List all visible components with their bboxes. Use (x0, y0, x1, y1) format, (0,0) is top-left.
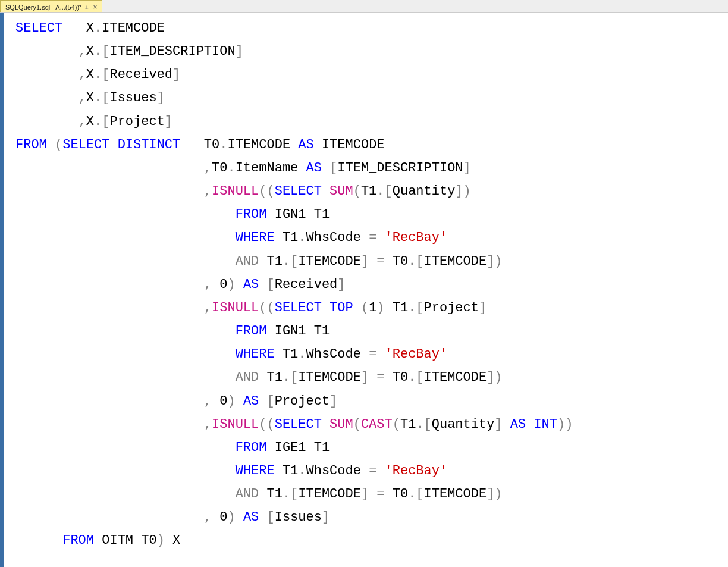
code-token (15, 370, 236, 385)
code-token (503, 417, 510, 432)
code-token (109, 137, 117, 152)
code-token: . (94, 21, 102, 36)
code-token (15, 324, 236, 339)
code-token: ] = (361, 370, 385, 385)
code-token: ) (157, 533, 165, 548)
code-token: CAST (361, 417, 393, 432)
code-token: .[ (94, 114, 109, 129)
code-token: ISNULL (212, 417, 259, 432)
code-token: ( (393, 417, 400, 432)
code-token: ItemName (236, 161, 306, 176)
code-token: ITEMCODE (314, 137, 385, 152)
code-token: SUM (330, 417, 353, 432)
code-token: . (219, 137, 227, 152)
code-token: ]) (455, 184, 470, 199)
tab-sqlquery1[interactable]: SQLQuery1.sql - A...(54))* ⟂ × (0, 0, 102, 12)
code-token: . (298, 463, 306, 478)
code-token: ( (353, 417, 361, 432)
code-token: AS (243, 277, 259, 292)
code-token: T1 (259, 487, 283, 502)
code-token: T1 (275, 347, 299, 362)
code-token: .[ (94, 90, 109, 105)
code-token: .[ (416, 417, 431, 432)
code-token (15, 254, 236, 269)
code-token: (( (259, 417, 274, 432)
code-token: Project (424, 300, 479, 315)
code-token: ( (353, 184, 361, 199)
code-token: 0 (212, 510, 227, 525)
code-token: FROM (236, 324, 267, 339)
code-token (376, 347, 384, 362)
code-token: T1 (275, 230, 299, 245)
code-token: , (204, 184, 212, 199)
code-token: ISNULL (212, 184, 259, 199)
code-token: , (204, 161, 212, 176)
code-token (15, 184, 204, 199)
code-content[interactable]: SELECT X.ITEMCODE ,X.[ITEM_DESCRIPTION] … (4, 17, 728, 553)
code-token: SELECT (275, 300, 322, 315)
code-token: ) (227, 510, 235, 525)
code-token (15, 440, 236, 455)
code-token: ITEMCODE (298, 487, 361, 502)
code-editor[interactable]: SELECT X.ITEMCODE ,X.[ITEM_DESCRIPTION] … (0, 13, 728, 567)
code-token (15, 417, 204, 432)
code-token: ITEMCODE (424, 370, 487, 385)
code-token (259, 277, 266, 292)
code-token: ] (236, 44, 243, 59)
code-token: ] (463, 161, 471, 176)
code-token: X (62, 21, 94, 36)
code-token: , (79, 114, 86, 129)
code-token: 'RecBay' (385, 463, 448, 478)
code-token (15, 114, 79, 129)
close-icon[interactable]: × (92, 3, 98, 11)
code-token: AND (236, 370, 259, 385)
code-token: TOP (330, 300, 353, 315)
code-token: ]) (487, 370, 502, 385)
code-token: Project (109, 114, 164, 129)
code-token: .[ (376, 184, 392, 199)
code-token: AS (306, 161, 322, 176)
code-token (236, 277, 243, 292)
code-token (15, 230, 236, 245)
pin-icon[interactable]: ⟂ (85, 4, 88, 10)
code-token: AS (243, 394, 259, 409)
code-token: 'RecBay' (385, 347, 448, 362)
code-token: . (227, 161, 235, 176)
code-token: ] (157, 90, 165, 105)
code-token: )) (557, 417, 573, 432)
code-token: = (369, 347, 376, 362)
code-token: ITEMCODE (102, 21, 165, 36)
code-token: Issues (109, 90, 156, 105)
code-token: ITEM_DESCRIPTION (337, 161, 463, 176)
code-token: = (369, 463, 376, 478)
code-token: 0 (212, 394, 227, 409)
code-token: [ (266, 510, 274, 525)
code-token: Received (109, 67, 172, 82)
code-token: ITEMCODE (424, 487, 487, 502)
code-token: Received (275, 277, 338, 292)
code-token (322, 300, 330, 315)
code-token: [ (266, 394, 274, 409)
code-token: , (79, 44, 86, 59)
code-token: FROM (236, 207, 267, 222)
code-token: WHERE (236, 463, 275, 478)
code-token (322, 184, 330, 199)
code-token: . (298, 230, 306, 245)
code-token: T0 (180, 137, 219, 152)
code-token (15, 510, 204, 525)
code-token: SELECT (15, 21, 62, 36)
code-token: ITEMCODE (424, 254, 487, 269)
code-token: Quantity (432, 417, 495, 432)
code-token: ] (172, 67, 180, 82)
code-token: FROM (15, 137, 47, 152)
code-token: ITEMCODE (227, 137, 298, 152)
code-token: .[ (408, 254, 423, 269)
code-token: ISNULL (212, 300, 259, 315)
code-token: , (204, 417, 212, 432)
code-token: , (204, 277, 212, 292)
code-token: T0 (385, 370, 409, 385)
code-token (15, 394, 204, 409)
code-token (376, 463, 384, 478)
code-token: , (79, 90, 86, 105)
code-token: (( (259, 300, 274, 315)
